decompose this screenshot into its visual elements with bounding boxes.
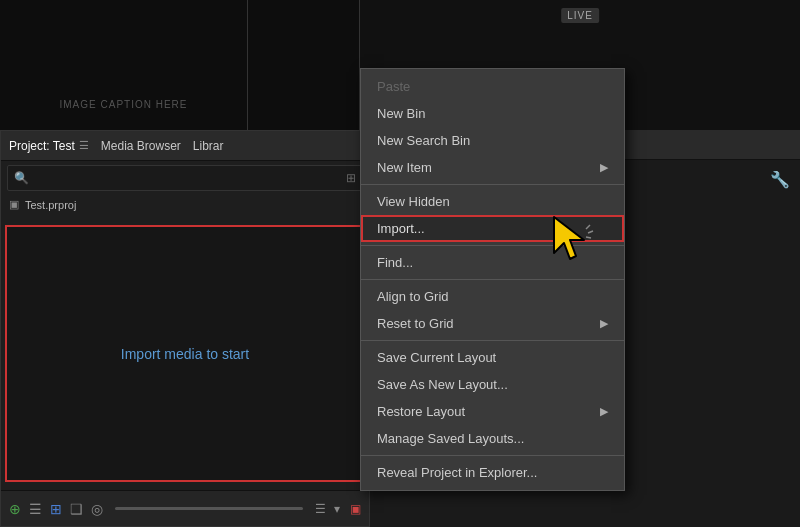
tab-project[interactable]: Project: Test ☰ [9, 139, 89, 153]
mark-icon: ▣ [350, 502, 361, 516]
new-search-bin-label: New Search Bin [377, 133, 470, 148]
manage-saved-layouts-label: Manage Saved Layouts... [377, 431, 524, 446]
find-label: Find... [377, 255, 413, 270]
menu-new-search-bin[interactable]: New Search Bin [361, 127, 624, 154]
menu-import[interactable]: Import... [361, 215, 624, 242]
separator-3 [361, 279, 624, 280]
menu-view-hidden[interactable]: View Hidden [361, 188, 624, 215]
top-left-panel: IMAGE CAPTION HERE [0, 0, 248, 130]
separator-4 [361, 340, 624, 341]
panel-menu-bottom-icon[interactable]: ☰ [315, 502, 326, 516]
image-caption: IMAGE CAPTION HERE [59, 99, 187, 110]
grid-view-icon[interactable]: ⊞ [50, 501, 62, 517]
search-input[interactable] [29, 172, 346, 184]
view-hidden-label: View Hidden [377, 194, 450, 209]
metadata-icon[interactable]: ◎ [91, 501, 103, 517]
panel-content-area: Import media to start [5, 225, 365, 482]
separator-1 [361, 184, 624, 185]
menu-new-item[interactable]: New Item ▶ [361, 154, 624, 181]
reset-grid-arrow: ▶ [600, 317, 608, 330]
search-icon: 🔍 [14, 171, 29, 185]
save-current-layout-label: Save Current Layout [377, 350, 496, 365]
menu-paste[interactable]: Paste [361, 73, 624, 100]
tab-library-label: Librar [193, 139, 224, 153]
new-bin-icon[interactable]: ⊕ [9, 501, 21, 517]
menu-save-as-new-layout[interactable]: Save As New Layout... [361, 371, 624, 398]
import-hint: Import media to start [121, 346, 249, 362]
zoom-slider[interactable] [115, 507, 303, 510]
new-item-arrow: ▶ [600, 161, 608, 174]
reset-to-grid-label: Reset to Grid [377, 316, 454, 331]
new-bin-label: New Bin [377, 106, 425, 121]
context-menu: Paste New Bin New Search Bin New Item ▶ … [360, 68, 625, 491]
project-panel: Project: Test ☰ Media Browser Librar 🔍 ⊞… [0, 130, 370, 527]
panel-menu-icon[interactable]: ☰ [79, 139, 89, 152]
wrench-icon[interactable]: 🔧 [770, 170, 790, 189]
menu-reveal-project[interactable]: Reveal Project in Explorer... [361, 459, 624, 486]
live-badge: LIVE [561, 8, 599, 23]
list-view-icon[interactable]: ☰ [29, 501, 42, 517]
panel-search-bar[interactable]: 🔍 ⊞ [7, 165, 363, 191]
align-to-grid-label: Align to Grid [377, 289, 449, 304]
separator-5 [361, 455, 624, 456]
chevron-down-icon[interactable]: ▾ [334, 502, 340, 516]
file-name: Test.prproj [25, 199, 76, 211]
file-icon: ▣ [9, 198, 19, 211]
file-row: ▣ Test.prproj [1, 195, 369, 214]
menu-align-to-grid[interactable]: Align to Grid [361, 283, 624, 310]
menu-manage-saved-layouts[interactable]: Manage Saved Layouts... [361, 425, 624, 452]
menu-new-bin[interactable]: New Bin [361, 100, 624, 127]
right-tools: 🔧 [770, 170, 790, 189]
panel-tabs: Project: Test ☰ Media Browser Librar [1, 131, 369, 161]
panel-bottom: ⊕ ☰ ⊞ ❑ ◎ ☰ ▾ ▣ [1, 490, 369, 526]
separator-2 [361, 245, 624, 246]
restore-layout-arrow: ▶ [600, 405, 608, 418]
reveal-project-label: Reveal Project in Explorer... [377, 465, 537, 480]
restore-layout-label: Restore Layout [377, 404, 465, 419]
tab-media-browser[interactable]: Media Browser [101, 139, 181, 153]
menu-find[interactable]: Find... [361, 249, 624, 276]
menu-save-current-layout[interactable]: Save Current Layout [361, 344, 624, 371]
freeform-view-icon[interactable]: ❑ [70, 501, 83, 517]
menu-restore-layout[interactable]: Restore Layout ▶ [361, 398, 624, 425]
tab-library[interactable]: Librar [193, 139, 224, 153]
import-label: Import... [377, 221, 425, 236]
menu-reset-to-grid[interactable]: Reset to Grid ▶ [361, 310, 624, 337]
new-item-label: New Item [377, 160, 432, 175]
filter-icon[interactable]: ⊞ [346, 171, 356, 185]
paste-label: Paste [377, 79, 410, 94]
top-middle-panel [248, 0, 360, 130]
tab-project-label: Project: Test [9, 139, 75, 153]
save-as-new-layout-label: Save As New Layout... [377, 377, 508, 392]
tab-media-label: Media Browser [101, 139, 181, 153]
